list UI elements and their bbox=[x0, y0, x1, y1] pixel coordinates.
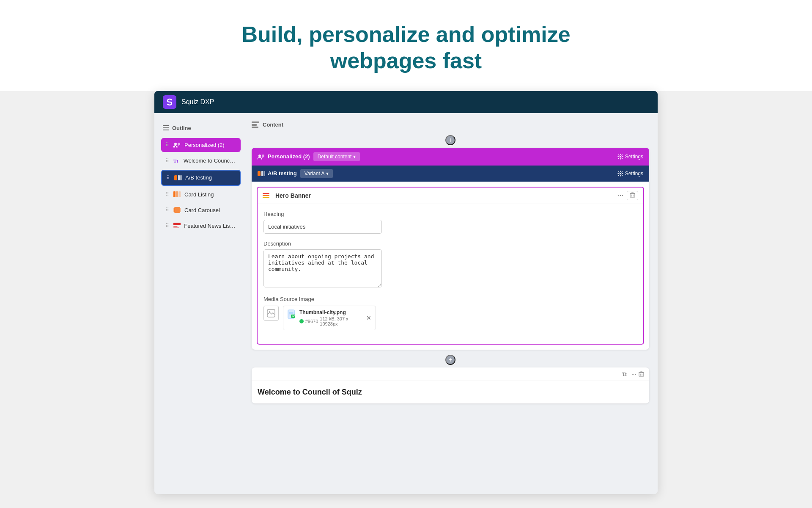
media-file-size: 112 kB, 307 x 10928px bbox=[320, 316, 366, 326]
personalized-header-left: Personalized (2) Default content ▾ bbox=[258, 152, 360, 161]
svg-rect-12 bbox=[173, 223, 181, 226]
text-format-icon: Tr bbox=[622, 371, 629, 377]
personalized-settings-button[interactable]: Settings bbox=[617, 154, 643, 160]
sidebar-item-card-carousel[interactable]: ⠿ Card Carousel bbox=[161, 203, 241, 217]
sidebar: Outline ⠿ Personalized (2) ⠿ Tt bbox=[154, 113, 247, 494]
drag-handle-icon: ⠿ bbox=[165, 223, 169, 229]
bottom-card-content: Welcome to Council of Squiz bbox=[252, 381, 649, 403]
svg-rect-13 bbox=[173, 226, 178, 227]
add-row-top: + bbox=[252, 135, 649, 145]
ab-testing-header: A/B testing Variant A ▾ Settings bbox=[252, 166, 649, 182]
ab-label: A/B testing bbox=[258, 170, 297, 177]
personalized-header-icon bbox=[258, 154, 265, 160]
description-label: Description bbox=[263, 240, 637, 247]
ab-settings-button[interactable]: Settings bbox=[617, 171, 643, 177]
sidebar-item-card-carousel-label: Card Carousel bbox=[184, 207, 220, 213]
drag-handle-icon: ⠿ bbox=[165, 142, 169, 148]
description-group: Description Learn about ongoing projects… bbox=[263, 240, 637, 289]
svg-point-18 bbox=[258, 155, 261, 157]
media-upload-icon[interactable] bbox=[263, 306, 279, 321]
media-file-card: Thumbnail-city.png #9670 112 kB, 307 x 1… bbox=[283, 306, 376, 330]
svg-rect-3 bbox=[174, 175, 177, 180]
content-panel: Content + bbox=[247, 113, 658, 494]
drag-handle-icon: ⠿ bbox=[165, 207, 169, 213]
description-textarea[interactable]: Learn about ongoing projects and initiat… bbox=[263, 249, 382, 287]
svg-point-24 bbox=[620, 173, 621, 174]
card-carousel-icon bbox=[173, 207, 181, 213]
text-icon: Tt bbox=[173, 157, 180, 164]
app-window: Squiz DXP Outline ⠿ Pers bbox=[154, 91, 658, 494]
trash-icon-bottom bbox=[639, 371, 644, 377]
hero-banner-title: Hero Banner bbox=[275, 192, 311, 199]
svg-rect-6 bbox=[173, 191, 176, 197]
media-file-remove-button[interactable]: ✕ bbox=[366, 315, 371, 321]
bottom-widget-card: Tr ··· Welcome to Council of S bbox=[252, 367, 649, 403]
top-nav: Squiz DXP bbox=[154, 91, 658, 113]
default-content-dropdown[interactable]: Default content ▾ bbox=[313, 152, 360, 161]
svg-rect-17 bbox=[252, 127, 258, 128]
add-block-button-top[interactable]: + bbox=[445, 135, 455, 145]
sidebar-item-personalized[interactable]: ⠿ Personalized (2) bbox=[161, 138, 241, 152]
media-source-group: Media Source Image bbox=[263, 296, 637, 330]
meta-status-dot bbox=[299, 319, 304, 323]
hero-banner-more-button[interactable]: ··· bbox=[618, 192, 623, 199]
media-source-label: Media Source Image bbox=[263, 296, 637, 302]
heading-group: Heading bbox=[263, 211, 637, 234]
variant-dropdown[interactable]: Variant A ▾ bbox=[300, 169, 333, 178]
svg-point-20 bbox=[620, 156, 621, 157]
svg-point-0 bbox=[174, 143, 177, 145]
sidebar-item-personalized-label: Personalized (2) bbox=[184, 142, 225, 148]
sidebar-item-welcome-label: Welcome to Council of ... bbox=[184, 157, 236, 164]
personalized-widget-card: Personalized (2) Default content ▾ Setti… bbox=[252, 148, 649, 350]
outline-label: Outline bbox=[172, 125, 191, 131]
ab-testing-icon bbox=[174, 174, 182, 181]
news-listing-icon bbox=[173, 223, 181, 229]
svg-rect-11 bbox=[180, 208, 181, 212]
bottom-card-toolbar: Tr ··· bbox=[252, 367, 649, 381]
svg-rect-25 bbox=[630, 193, 635, 197]
heading-input[interactable] bbox=[263, 220, 382, 234]
svg-rect-5 bbox=[180, 175, 182, 180]
personalized-widget-header: Personalized (2) Default content ▾ Setti… bbox=[252, 148, 649, 166]
bottom-card-text-icon-button[interactable]: Tr bbox=[622, 371, 629, 377]
add-block-button-bottom[interactable]: + bbox=[445, 355, 455, 365]
outline-header: Outline bbox=[161, 125, 241, 131]
sidebar-item-card-listing[interactable]: ⠿ Card Listing bbox=[161, 188, 241, 202]
personalized-badge: Personalized (2) bbox=[258, 153, 310, 160]
logo-icon bbox=[163, 95, 176, 109]
svg-rect-14 bbox=[173, 227, 179, 228]
content-panel-label: Content bbox=[263, 121, 283, 128]
hero-banner-actions: ··· bbox=[618, 191, 638, 200]
content-panel-icon bbox=[252, 121, 259, 128]
sidebar-item-ab[interactable]: ⠿ A/B testing bbox=[161, 170, 241, 186]
bottom-card-delete-button[interactable] bbox=[639, 371, 644, 377]
card-listing-icon bbox=[173, 191, 181, 197]
sidebar-item-news-label: Featured News Listing bbox=[184, 223, 236, 229]
page-hero: Build, personalize and optimize webpages… bbox=[0, 0, 812, 91]
hero-banner-header: Hero Banner ··· bbox=[258, 188, 643, 204]
ab-settings-icon bbox=[617, 171, 623, 177]
sidebar-item-welcome[interactable]: ⠿ Tt Welcome to Council of ... bbox=[161, 154, 241, 168]
media-file-details: Thumbnail-city.png #9670 112 kB, 307 x 1… bbox=[299, 309, 366, 326]
svg-rect-16 bbox=[252, 124, 257, 126]
svg-rect-10 bbox=[173, 208, 175, 212]
media-file-info: Thumbnail-city.png #9670 112 kB, 307 x 1… bbox=[288, 309, 366, 326]
heading-label: Heading bbox=[263, 211, 637, 217]
ab-header-icon bbox=[258, 171, 265, 177]
personalized-header-label: Personalized (2) bbox=[268, 153, 310, 160]
personalized-icon bbox=[173, 142, 181, 148]
svg-rect-29 bbox=[291, 315, 295, 318]
sidebar-item-news[interactable]: ⠿ Featured News Listing bbox=[161, 219, 241, 233]
svg-text:Tt: Tt bbox=[173, 158, 178, 163]
bottom-card-more-button[interactable]: ··· bbox=[631, 371, 636, 377]
svg-rect-9 bbox=[174, 207, 180, 213]
hamburger-icon bbox=[163, 125, 169, 130]
settings-icon bbox=[617, 154, 623, 160]
drag-handle-icon: ⠿ bbox=[166, 175, 170, 181]
trash-icon bbox=[630, 192, 635, 198]
svg-rect-4 bbox=[178, 175, 180, 180]
hero-banner-delete-button[interactable] bbox=[627, 191, 638, 200]
drag-handle-icon: ⠿ bbox=[165, 191, 169, 197]
svg-rect-8 bbox=[178, 191, 181, 197]
hero-banner-header-left: Hero Banner bbox=[263, 192, 311, 199]
